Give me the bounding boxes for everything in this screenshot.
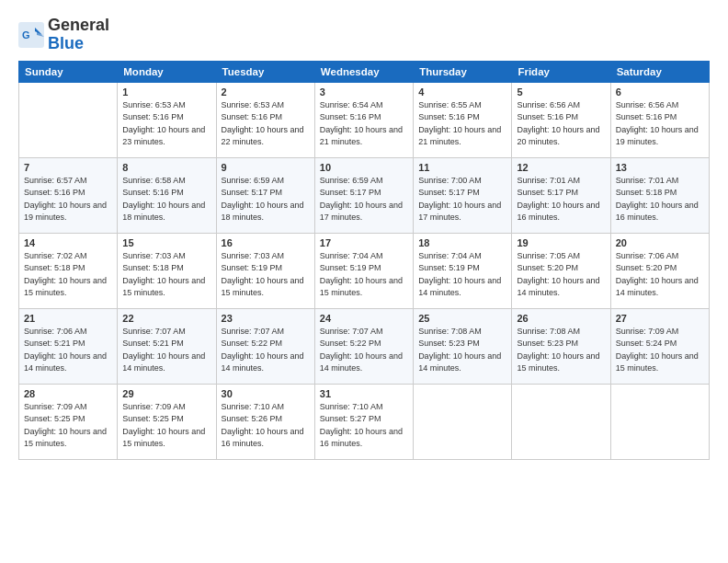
day-info: Sunrise: 7:10 AMSunset: 5:27 PMDaylight:… [320, 401, 408, 451]
calendar-cell: 29Sunrise: 7:09 AMSunset: 5:25 PMDayligh… [118, 384, 216, 459]
calendar-cell: 24Sunrise: 7:07 AMSunset: 5:22 PMDayligh… [314, 308, 413, 384]
day-info: Sunrise: 7:07 AMSunset: 5:21 PMDaylight:… [122, 326, 210, 375]
day-number: 24 [320, 313, 408, 324]
calendar-cell [414, 384, 512, 459]
calendar-cell: 25Sunrise: 7:08 AMSunset: 5:23 PMDayligh… [414, 308, 512, 384]
day-info: Sunrise: 7:05 AMSunset: 5:20 PMDaylight:… [517, 250, 605, 300]
calendar-cell: 27Sunrise: 7:09 AMSunset: 5:24 PMDayligh… [610, 308, 709, 384]
calendar-week-row: 21Sunrise: 7:06 AMSunset: 5:21 PMDayligh… [19, 308, 710, 384]
day-number: 15 [122, 237, 210, 248]
day-number: 14 [24, 237, 112, 248]
day-number: 13 [616, 162, 704, 173]
calendar-cell: 5Sunrise: 6:56 AMSunset: 5:16 PMDaylight… [512, 82, 610, 157]
calendar-cell: 22Sunrise: 7:07 AMSunset: 5:21 PMDayligh… [118, 308, 216, 384]
day-info: Sunrise: 7:07 AMSunset: 5:22 PMDaylight:… [320, 326, 408, 375]
day-info: Sunrise: 6:58 AMSunset: 5:16 PMDaylight:… [122, 175, 210, 224]
calendar-cell: 9Sunrise: 6:59 AMSunset: 5:17 PMDaylight… [216, 157, 314, 233]
calendar-week-row: 7Sunrise: 6:57 AMSunset: 5:16 PMDaylight… [19, 157, 710, 233]
day-info: Sunrise: 7:03 AMSunset: 5:18 PMDaylight:… [122, 250, 210, 300]
calendar-cell: 13Sunrise: 7:01 AMSunset: 5:18 PMDayligh… [610, 157, 709, 233]
day-number: 6 [616, 86, 704, 98]
calendar-cell: 15Sunrise: 7:03 AMSunset: 5:18 PMDayligh… [118, 233, 216, 308]
calendar-cell: 30Sunrise: 7:10 AMSunset: 5:26 PMDayligh… [216, 384, 314, 459]
calendar-cell: 19Sunrise: 7:05 AMSunset: 5:20 PMDayligh… [512, 233, 610, 308]
calendar-cell [512, 384, 610, 459]
calendar-cell: 8Sunrise: 6:58 AMSunset: 5:16 PMDaylight… [118, 157, 216, 233]
day-info: Sunrise: 6:56 AMSunset: 5:16 PMDaylight:… [616, 99, 704, 149]
day-info: Sunrise: 6:57 AMSunset: 5:16 PMDaylight:… [24, 175, 112, 224]
calendar-cell: 6Sunrise: 6:56 AMSunset: 5:16 PMDaylight… [610, 82, 709, 157]
calendar-cell: 26Sunrise: 7:08 AMSunset: 5:23 PMDayligh… [512, 308, 610, 384]
day-number: 7 [24, 162, 112, 173]
calendar-table: SundayMondayTuesdayWednesdayThursdayFrid… [18, 61, 710, 460]
day-number: 1 [122, 86, 210, 98]
day-number: 22 [122, 313, 210, 324]
day-number: 28 [24, 388, 112, 399]
day-number: 10 [320, 162, 408, 173]
weekday-header-row: SundayMondayTuesdayWednesdayThursdayFrid… [19, 61, 710, 82]
calendar-cell: 17Sunrise: 7:04 AMSunset: 5:19 PMDayligh… [314, 233, 413, 308]
svg-text:G: G [22, 29, 30, 40]
day-number: 9 [222, 162, 310, 173]
logo-icon: G [18, 22, 44, 48]
calendar-cell: 31Sunrise: 7:10 AMSunset: 5:27 PMDayligh… [314, 384, 413, 459]
calendar-cell: 18Sunrise: 7:04 AMSunset: 5:19 PMDayligh… [414, 233, 512, 308]
day-info: Sunrise: 7:01 AMSunset: 5:17 PMDaylight:… [517, 175, 605, 224]
day-info: Sunrise: 7:04 AMSunset: 5:19 PMDaylight:… [418, 250, 506, 300]
day-number: 25 [418, 313, 506, 324]
calendar-cell [19, 82, 118, 157]
calendar-cell: 1Sunrise: 6:53 AMSunset: 5:16 PMDaylight… [118, 82, 216, 157]
calendar-cell: 2Sunrise: 6:53 AMSunset: 5:16 PMDaylight… [216, 82, 314, 157]
weekday-header-thursday: Thursday [414, 61, 512, 82]
day-number: 3 [320, 86, 408, 98]
day-info: Sunrise: 7:07 AMSunset: 5:22 PMDaylight:… [222, 326, 310, 375]
calendar-cell: 28Sunrise: 7:09 AMSunset: 5:25 PMDayligh… [19, 384, 118, 459]
day-info: Sunrise: 7:04 AMSunset: 5:19 PMDaylight:… [320, 250, 408, 300]
calendar-cell: 3Sunrise: 6:54 AMSunset: 5:16 PMDaylight… [314, 82, 413, 157]
calendar-week-row: 28Sunrise: 7:09 AMSunset: 5:25 PMDayligh… [19, 384, 710, 459]
logo-text: GeneralBlue [48, 17, 109, 53]
day-number: 4 [418, 86, 506, 98]
day-number: 29 [122, 388, 210, 399]
day-info: Sunrise: 7:08 AMSunset: 5:23 PMDaylight:… [517, 326, 605, 375]
day-number: 23 [222, 313, 310, 324]
day-info: Sunrise: 7:10 AMSunset: 5:26 PMDaylight:… [222, 401, 310, 451]
day-number: 17 [320, 237, 408, 248]
calendar-cell: 21Sunrise: 7:06 AMSunset: 5:21 PMDayligh… [19, 308, 118, 384]
day-info: Sunrise: 7:06 AMSunset: 5:21 PMDaylight:… [24, 326, 112, 375]
calendar-cell: 4Sunrise: 6:55 AMSunset: 5:16 PMDaylight… [414, 82, 512, 157]
day-info: Sunrise: 7:08 AMSunset: 5:23 PMDaylight:… [418, 326, 506, 375]
day-info: Sunrise: 6:59 AMSunset: 5:17 PMDaylight:… [320, 175, 408, 224]
calendar-cell: 20Sunrise: 7:06 AMSunset: 5:20 PMDayligh… [610, 233, 709, 308]
page-header: G GeneralBlue [18, 17, 710, 53]
day-info: Sunrise: 6:55 AMSunset: 5:16 PMDaylight:… [418, 99, 506, 149]
day-info: Sunrise: 7:09 AMSunset: 5:25 PMDaylight:… [122, 401, 210, 451]
day-number: 12 [517, 162, 605, 173]
calendar-cell: 7Sunrise: 6:57 AMSunset: 5:16 PMDaylight… [19, 157, 118, 233]
day-number: 31 [320, 388, 408, 399]
day-info: Sunrise: 6:54 AMSunset: 5:16 PMDaylight:… [320, 99, 408, 149]
day-info: Sunrise: 7:01 AMSunset: 5:18 PMDaylight:… [616, 175, 704, 224]
day-info: Sunrise: 7:00 AMSunset: 5:17 PMDaylight:… [418, 175, 506, 224]
calendar-cell: 11Sunrise: 7:00 AMSunset: 5:17 PMDayligh… [414, 157, 512, 233]
day-number: 16 [222, 237, 310, 248]
day-info: Sunrise: 6:56 AMSunset: 5:16 PMDaylight:… [517, 99, 605, 149]
calendar-week-row: 1Sunrise: 6:53 AMSunset: 5:16 PMDaylight… [19, 82, 710, 157]
weekday-header-saturday: Saturday [610, 61, 709, 82]
calendar-week-row: 14Sunrise: 7:02 AMSunset: 5:18 PMDayligh… [19, 233, 710, 308]
weekday-header-wednesday: Wednesday [314, 61, 413, 82]
day-info: Sunrise: 6:59 AMSunset: 5:17 PMDaylight:… [222, 175, 310, 224]
day-number: 2 [222, 86, 310, 98]
day-number: 11 [418, 162, 506, 173]
day-number: 18 [418, 237, 506, 248]
weekday-header-tuesday: Tuesday [216, 61, 314, 82]
weekday-header-friday: Friday [512, 61, 610, 82]
calendar-cell: 14Sunrise: 7:02 AMSunset: 5:18 PMDayligh… [19, 233, 118, 308]
day-info: Sunrise: 6:53 AMSunset: 5:16 PMDaylight:… [122, 99, 210, 149]
day-info: Sunrise: 7:09 AMSunset: 5:24 PMDaylight:… [616, 326, 704, 375]
day-number: 8 [122, 162, 210, 173]
day-number: 20 [616, 237, 704, 248]
day-number: 26 [517, 313, 605, 324]
calendar-cell: 23Sunrise: 7:07 AMSunset: 5:22 PMDayligh… [216, 308, 314, 384]
calendar-cell: 16Sunrise: 7:03 AMSunset: 5:19 PMDayligh… [216, 233, 314, 308]
